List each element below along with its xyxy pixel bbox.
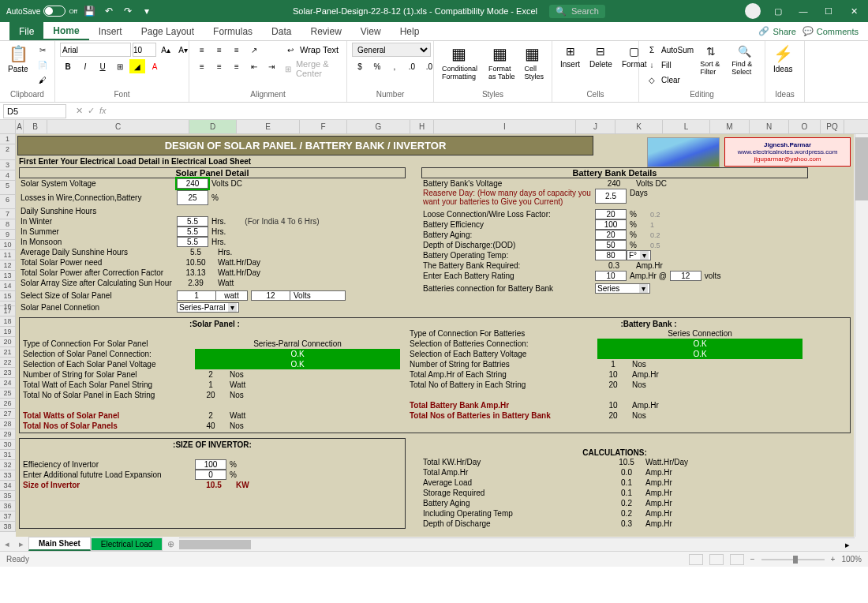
author-info-box: Jignesh.Parmar www.electricalnotes.wordp… bbox=[724, 137, 851, 167]
select-all-corner[interactable] bbox=[0, 120, 16, 133]
tab-view[interactable]: View bbox=[351, 22, 391, 40]
number-format-select[interactable]: General bbox=[352, 43, 431, 57]
fx-icon[interactable]: fx bbox=[99, 106, 107, 116]
horizontal-scrollbar[interactable]: ◂ ▸ bbox=[79, 537, 855, 551]
titlebar: AutoSave Off 💾 ↶ ↷ ▾ Solar-Panel-Design-… bbox=[0, 0, 868, 22]
cancel-formula-icon[interactable]: ✕ bbox=[76, 106, 83, 116]
increase-decimal-icon[interactable]: .0 bbox=[404, 59, 420, 73]
fill-icon: ↓ bbox=[644, 58, 660, 72]
search-box[interactable]: 🔍 Search bbox=[549, 5, 605, 18]
sheet-tab-main[interactable]: Main Sheet bbox=[28, 537, 91, 551]
tab-help[interactable]: Help bbox=[391, 22, 429, 40]
font-color-icon[interactable]: A bbox=[147, 59, 163, 73]
sheet-nav-next-icon[interactable]: ▸ bbox=[14, 539, 28, 549]
comments-button[interactable]: 💬 Comments bbox=[803, 26, 859, 36]
find-select-button[interactable]: 🔍Find & Select bbox=[728, 43, 760, 77]
fill-color-icon[interactable]: ◢ bbox=[129, 59, 145, 73]
col-d-selected[interactable]: D bbox=[189, 120, 237, 133]
ideas-button[interactable]: ⚡Ideas bbox=[770, 43, 795, 75]
borders-icon[interactable]: ⊞ bbox=[112, 59, 128, 73]
save-icon[interactable]: 💾 bbox=[84, 5, 96, 17]
tab-review[interactable]: Review bbox=[301, 22, 350, 40]
tab-page-layout[interactable]: Page Layout bbox=[132, 22, 204, 40]
page-break-view-icon[interactable] bbox=[730, 554, 744, 565]
name-box[interactable]: D5 bbox=[3, 104, 66, 118]
sheet-tab-electrical-load[interactable]: Electrical Load bbox=[91, 537, 163, 551]
undo-icon[interactable]: ↶ bbox=[103, 5, 115, 17]
zoom-level[interactable]: 100% bbox=[841, 555, 862, 564]
maximize-icon[interactable]: ☐ bbox=[821, 3, 836, 19]
delete-cells-button[interactable]: ⊟Delete bbox=[586, 43, 615, 70]
align-top-icon[interactable]: ≡ bbox=[194, 43, 210, 57]
page-layout-view-icon[interactable] bbox=[709, 554, 724, 565]
cell-styles-button[interactable]: ▦Cell Styles bbox=[522, 43, 548, 82]
autosum-button[interactable]: ΣAutoSum bbox=[644, 43, 694, 57]
insert-cells-button[interactable]: ⊞Insert bbox=[557, 43, 583, 70]
sheet-nav-prev-icon[interactable]: ◂ bbox=[0, 539, 14, 549]
close-icon[interactable]: ✕ bbox=[846, 3, 862, 19]
solar-conn-dropdown[interactable]: Series-Parral▾ bbox=[177, 302, 239, 313]
increase-indent-icon[interactable]: ⇥ bbox=[264, 59, 279, 73]
main-title: DESIGN OF SOLAR PANEL / BATTERY BANK / I… bbox=[17, 136, 593, 155]
currency-icon[interactable]: $ bbox=[352, 59, 368, 73]
user-avatar[interactable] bbox=[745, 3, 761, 19]
decrease-font-icon[interactable]: A▾ bbox=[175, 43, 191, 57]
clear-button[interactable]: ◇Clear bbox=[644, 73, 694, 87]
zoom-in-icon[interactable]: + bbox=[831, 555, 836, 564]
sys-voltage-cell[interactable]: 240 bbox=[177, 178, 208, 189]
status-ready: Ready bbox=[6, 555, 29, 564]
find-icon: 🔍 bbox=[737, 44, 751, 58]
column-headers: A B C D E F G H I J K L M N O PQ bbox=[0, 120, 868, 134]
wrap-text-button[interactable]: ↩Wrap Text bbox=[282, 43, 342, 57]
clipboard-icon: 📋 bbox=[9, 44, 28, 63]
italic-button[interactable]: I bbox=[77, 59, 93, 73]
paste-button[interactable]: 📋 Paste bbox=[5, 43, 32, 75]
enter-formula-icon[interactable]: ✓ bbox=[88, 106, 95, 116]
align-middle-icon[interactable]: ≡ bbox=[211, 43, 227, 57]
decrease-indent-icon[interactable]: ⇤ bbox=[246, 59, 262, 73]
align-bottom-icon[interactable]: ≡ bbox=[229, 43, 245, 57]
merge-center-button[interactable]: ⊞Merge & Center bbox=[282, 59, 342, 78]
align-right-icon[interactable]: ≡ bbox=[229, 59, 245, 73]
font-name-input[interactable] bbox=[60, 43, 131, 57]
tab-insert[interactable]: Insert bbox=[89, 22, 132, 40]
orientation-icon[interactable]: ↗ bbox=[246, 43, 262, 57]
add-sheet-icon[interactable]: ⊕ bbox=[163, 539, 179, 549]
conditional-formatting-button[interactable]: ▦Conditional Formatting bbox=[439, 43, 482, 82]
sort-filter-button[interactable]: ⇅Sort & Filter bbox=[697, 43, 725, 77]
temp-unit-dropdown[interactable]: F°▾ bbox=[627, 250, 651, 260]
underline-button[interactable]: U bbox=[95, 59, 110, 73]
tab-home[interactable]: Home bbox=[43, 22, 88, 40]
grid-content[interactable]: DESIGN OF SOLAR PANEL / BATTERY BANK / I… bbox=[16, 134, 854, 537]
comma-icon[interactable]: , bbox=[387, 59, 402, 73]
bold-button[interactable]: B bbox=[60, 59, 76, 73]
share-button[interactable]: 🔗 Share bbox=[758, 26, 795, 36]
autosave-toggle[interactable]: AutoSave Off bbox=[6, 6, 77, 17]
normal-view-icon[interactable] bbox=[689, 554, 703, 565]
vertical-scrollbar[interactable] bbox=[855, 134, 868, 537]
align-center-icon[interactable]: ≡ bbox=[211, 59, 227, 73]
format-table-button[interactable]: ▦Format as Table bbox=[485, 43, 518, 82]
font-size-input[interactable] bbox=[133, 43, 156, 57]
cut-icon[interactable]: ✂ bbox=[35, 43, 51, 57]
zoom-slider[interactable] bbox=[761, 559, 825, 560]
search-icon: 🔍 bbox=[556, 6, 567, 17]
qat-dropdown-icon[interactable]: ▾ bbox=[140, 5, 153, 17]
battery-conn-dropdown[interactable]: Series▾ bbox=[595, 283, 650, 294]
ribbon-options-icon[interactable]: ▢ bbox=[770, 3, 786, 19]
redo-icon[interactable]: ↷ bbox=[122, 5, 134, 17]
copy-icon[interactable]: 📄 bbox=[35, 58, 51, 72]
percent-icon[interactable]: % bbox=[369, 59, 385, 73]
clear-icon: ◇ bbox=[644, 73, 660, 87]
format-painter-icon[interactable]: 🖌 bbox=[35, 73, 51, 87]
align-left-icon[interactable]: ≡ bbox=[194, 59, 210, 73]
minimize-icon[interactable]: — bbox=[795, 3, 811, 19]
formula-input[interactable] bbox=[113, 104, 868, 118]
tab-formulas[interactable]: Formulas bbox=[204, 22, 262, 40]
increase-font-icon[interactable]: A▴ bbox=[158, 43, 174, 57]
tab-file[interactable]: File bbox=[9, 22, 43, 40]
zoom-out-icon[interactable]: − bbox=[750, 555, 755, 564]
insert-icon: ⊞ bbox=[563, 44, 578, 58]
fill-button[interactable]: ↓Fill bbox=[644, 58, 694, 72]
tab-data[interactable]: Data bbox=[262, 22, 301, 40]
